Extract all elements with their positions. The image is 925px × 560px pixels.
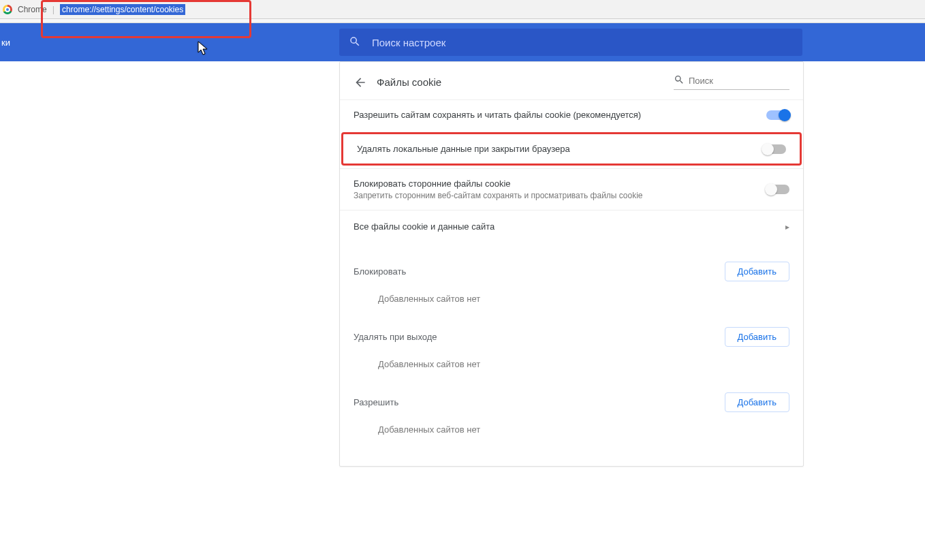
card-search[interactable] [674, 74, 789, 90]
section-allow-head: Разрешить Добавить [340, 373, 803, 419]
left-gutter [0, 61, 339, 467]
tab-separator: | [52, 4, 54, 14]
add-allow-button[interactable]: Добавить [725, 392, 789, 412]
back-button[interactable] [354, 76, 367, 89]
toggle-allow-cookies[interactable] [766, 110, 789, 120]
chrome-icon [3, 5, 12, 14]
settings-header: ки [0, 23, 925, 61]
section-onexit-empty: Добавленных сайтов нет [340, 354, 803, 373]
browser-tabstrip: Chrome | chrome://settings/content/cooki… [0, 0, 925, 19]
toggle-block-third-party[interactable] [766, 185, 789, 194]
section-block-title: Блокировать [354, 266, 406, 277]
add-onexit-button[interactable]: Добавить [725, 327, 789, 347]
row-block-third-label: Блокировать сторонние файлы cookie [354, 178, 643, 189]
row-all-cookie-data[interactable]: Все файлы cookie и данные сайта ▸ [340, 210, 803, 243]
all-cookie-data-label: Все файлы cookie и данные сайта [354, 221, 495, 232]
settings-body: Файлы cookie Разрешить сайтам сохранять … [0, 61, 925, 467]
section-onexit-title: Удалять при выходе [354, 332, 437, 342]
tab-app-name: Chrome [18, 5, 47, 14]
row-block-third-sub: Запретить сторонним веб-сайтам сохранять… [354, 191, 643, 200]
section-block-head: Блокировать Добавить [340, 243, 803, 288]
section-allow-empty: Добавленных сайтов нет [340, 419, 803, 439]
row-clear-label: Удалять локальные данные при закрытии бр… [357, 144, 570, 154]
section-onexit-head: Удалять при выходе Добавить [340, 308, 803, 354]
section-block-empty: Добавленных сайтов нет [340, 288, 803, 308]
section-allow-title: Разрешить [354, 397, 398, 407]
card-title: Файлы cookie [377, 76, 664, 88]
card-search-input[interactable] [689, 76, 789, 86]
row-allow-cookies: Разрешить сайтам сохранять и читать файл… [340, 99, 803, 129]
chevron-right-icon: ▸ [785, 222, 789, 232]
sidebar-fragment: ки [0, 37, 16, 48]
cookies-card: Файлы cookie Разрешить сайтам сохранять … [339, 61, 804, 467]
add-block-button[interactable]: Добавить [725, 262, 789, 281]
row-clear-on-exit: Удалять локальные данные при закрытии бр… [341, 132, 802, 166]
row-block-third-party: Блокировать сторонние файлы cookie Запре… [340, 168, 803, 210]
row-allow-label: Разрешить сайтам сохранять и читать файл… [354, 110, 641, 120]
settings-search-input[interactable] [372, 37, 793, 48]
settings-search[interactable] [339, 29, 802, 56]
address-url[interactable]: chrome://settings/content/cookies [60, 4, 185, 15]
search-icon [674, 74, 685, 87]
search-icon [349, 35, 361, 50]
card-header: Файлы cookie [340, 62, 803, 99]
toggle-clear-on-exit[interactable] [763, 144, 786, 154]
